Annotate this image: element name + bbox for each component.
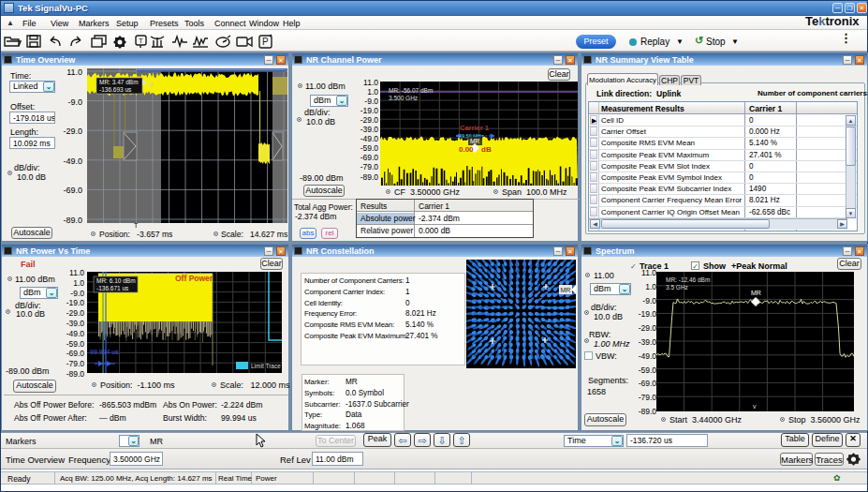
svg-text:-136.671 us: -136.671 us: [96, 285, 129, 291]
svg-text:-136.693 us: -136.693 us: [99, 86, 132, 93]
svg-text:3.5 GHz: 3.5 GHz: [666, 284, 688, 291]
svg-text:Off Power: Off Power: [175, 274, 213, 283]
svg-text:T: T: [139, 37, 143, 45]
svg-text:Carrier 1: Carrier 1: [460, 124, 489, 132]
svg-text:99.994 us: 99.994 us: [90, 349, 119, 355]
svg-text:MR: -56.07 dBm: MR: -56.07 dBm: [389, 87, 433, 94]
svg-text:MR: 6.10 dBm: MR: 6.10 dBm: [96, 277, 136, 284]
svg-text:P: P: [262, 37, 269, 47]
svg-text:dB: dB: [481, 145, 492, 154]
svg-text:MR: MR: [561, 287, 571, 293]
svg-text:0.00: 0.00: [459, 145, 474, 154]
svg-text:MR: MR: [470, 138, 479, 144]
svg-text:MR: MR: [751, 290, 761, 296]
svg-text:v: v: [753, 403, 757, 410]
svg-text:R: R: [149, 82, 154, 88]
svg-text:Limit Trace: Limit Trace: [251, 363, 281, 369]
svg-text:MR: 3.47 dBm: MR: 3.47 dBm: [99, 79, 139, 85]
svg-text:MR: -12.46 dBm: MR: -12.46 dBm: [666, 276, 710, 283]
svg-text:3.500 GHz: 3.500 GHz: [389, 95, 418, 101]
